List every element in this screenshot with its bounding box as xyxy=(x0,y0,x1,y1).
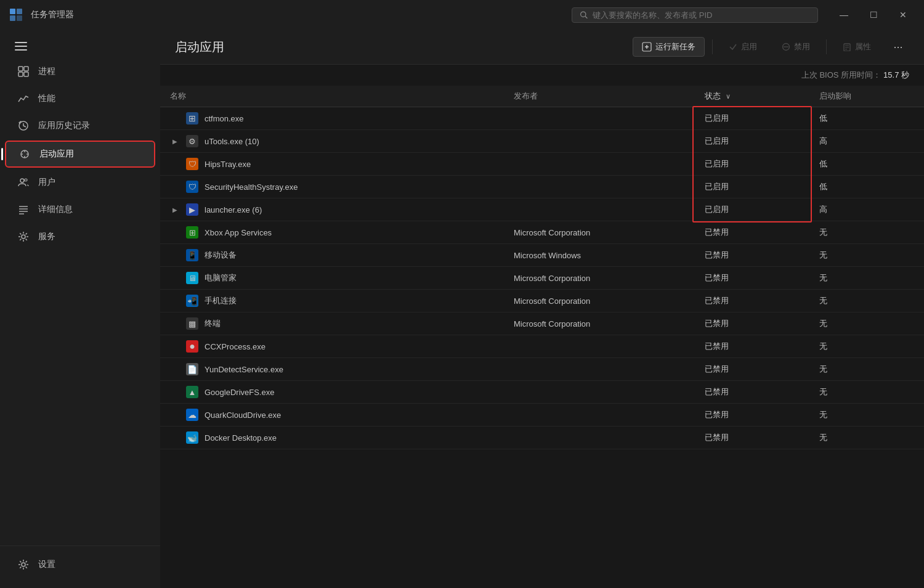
sidebar-item-settings[interactable]: 设置 xyxy=(5,552,155,577)
expand-icon[interactable]: ▶ xyxy=(170,205,180,214)
app-name-label: 终端 xyxy=(205,318,221,329)
no-icon xyxy=(782,43,790,51)
sort-arrow-icon: ∨ xyxy=(726,92,731,100)
hamburger-menu[interactable] xyxy=(5,36,155,57)
startup-label: 启动应用 xyxy=(39,149,74,160)
search-icon xyxy=(580,10,588,19)
svg-rect-1 xyxy=(17,9,22,14)
close-button[interactable]: ✕ xyxy=(890,5,917,25)
impact-cell: 无 xyxy=(809,335,924,358)
col-header-name[interactable]: 名称 xyxy=(160,86,504,107)
publisher-cell xyxy=(504,198,695,221)
new-task-button[interactable]: 运行新任务 xyxy=(633,37,705,57)
table-row[interactable]: ▲GoogleDriveFS.exe已禁用无 xyxy=(160,381,924,404)
details-label: 详细信息 xyxy=(38,204,73,215)
publisher-cell xyxy=(504,358,695,381)
table-row[interactable]: ▶⚙uTools.exe (10)已启用高 xyxy=(160,130,924,153)
properties-label: 属性 xyxy=(855,41,871,52)
publisher-cell xyxy=(504,153,695,176)
svg-point-23 xyxy=(22,563,25,566)
maximize-button[interactable]: ☐ xyxy=(860,5,887,25)
search-bar[interactable] xyxy=(572,7,818,23)
sidebar-bottom: 设置 xyxy=(0,545,160,583)
publisher-cell xyxy=(504,427,695,449)
app-name-cell: 🛡SecurityHealthSystray.exe xyxy=(160,176,504,198)
app-name-label: Xbox App Services xyxy=(205,228,272,237)
table-row[interactable]: ⊞ctfmon.exe已启用低 xyxy=(160,107,924,130)
app-history-label: 应用历史记录 xyxy=(38,120,90,131)
app-name-cell: 🐋Docker Desktop.exe xyxy=(160,427,504,449)
table-row[interactable]: 🐋Docker Desktop.exe已禁用无 xyxy=(160,427,924,449)
minimize-button[interactable]: — xyxy=(830,5,857,25)
table-row[interactable]: ☁QuarkCloudDrive.exe已禁用无 xyxy=(160,404,924,427)
users-label: 用户 xyxy=(38,177,55,188)
impact-cell: 高 xyxy=(809,130,924,153)
col-header-impact[interactable]: 启动影响 xyxy=(809,86,924,107)
window-controls: — ☐ ✕ xyxy=(830,5,917,25)
performance-label: 性能 xyxy=(38,93,55,104)
app-icon: ▩ xyxy=(186,317,198,330)
content-area: 启动应用 运行新任务 启用 xyxy=(160,30,924,588)
users-icon xyxy=(17,176,30,189)
app-name-label: ctfmon.exe xyxy=(205,114,244,123)
app-name-label: YunDetectService.exe xyxy=(205,365,283,374)
table-row[interactable]: ●CCXProcess.exe已禁用无 xyxy=(160,335,924,358)
titlebar: 任务管理器 — ☐ ✕ xyxy=(0,0,924,30)
settings-icon xyxy=(17,558,30,571)
table-row[interactable]: 📱移动设备Microsoft Windows已禁用无 xyxy=(160,244,924,267)
impact-cell: 无 xyxy=(809,221,924,244)
header-divider-2 xyxy=(826,39,827,54)
table-row[interactable]: 🖥电脑管家Microsoft Corporation已禁用无 xyxy=(160,267,924,290)
svg-rect-7 xyxy=(24,67,28,71)
app-icon: ▲ xyxy=(186,386,198,398)
app-name-label: uTools.exe (10) xyxy=(205,137,259,146)
app-name-label: Docker Desktop.exe xyxy=(205,433,277,443)
startup-table-container[interactable]: 名称 发布者 状态 ∨ 启动影响 xyxy=(160,86,924,588)
enable-button[interactable]: 启用 xyxy=(720,38,766,56)
col-header-publisher[interactable]: 发布者 xyxy=(504,86,695,107)
svg-rect-3 xyxy=(17,15,22,21)
app-name-cell: ▩终端 xyxy=(160,312,504,335)
table-row[interactable]: 📲手机连接Microsoft Corporation已禁用无 xyxy=(160,290,924,312)
expand-icon[interactable]: ▶ xyxy=(170,136,180,146)
publisher-cell: Microsoft Windows xyxy=(504,244,695,267)
app-name-cell: ⊞ctfmon.exe xyxy=(160,107,504,130)
app-name-label: 电脑管家 xyxy=(205,272,237,284)
app-name-cell: 🛡HipsTray.exe xyxy=(160,153,504,176)
sidebar-item-startup[interactable]: 启动应用 xyxy=(5,141,155,168)
table-row[interactable]: 🛡HipsTray.exe已启用低 xyxy=(160,153,924,176)
app-name-cell: 📲手机连接 xyxy=(160,290,504,312)
sidebar-item-details[interactable]: 详细信息 xyxy=(5,197,155,222)
search-input[interactable] xyxy=(593,10,810,20)
table-row[interactable]: ⊞Xbox App ServicesMicrosoft Corporation已… xyxy=(160,221,924,244)
properties-button[interactable]: 属性 xyxy=(834,38,880,56)
sidebar-item-users[interactable]: 用户 xyxy=(5,170,155,195)
app-icon: ▶ xyxy=(186,203,198,216)
publisher-cell xyxy=(504,176,695,198)
new-task-label: 运行新任务 xyxy=(655,41,695,52)
app-icon: 📄 xyxy=(186,363,198,375)
app-name-label: 手机连接 xyxy=(205,295,237,306)
table-row[interactable]: 📄YunDetectService.exe已禁用无 xyxy=(160,358,924,381)
table-row[interactable]: 🛡SecurityHealthSystray.exe已启用低 xyxy=(160,176,924,198)
status-cell: 已启用 xyxy=(695,176,809,198)
properties-icon xyxy=(843,43,851,51)
sidebar-item-performance[interactable]: 性能 xyxy=(5,86,155,111)
sidebar-item-process[interactable]: 进程 xyxy=(5,59,155,84)
process-label: 进程 xyxy=(38,66,55,77)
status-cell: 已禁用 xyxy=(695,312,809,335)
sidebar-item-services[interactable]: 服务 xyxy=(5,224,155,249)
sidebar-item-app-history[interactable]: 应用历史记录 xyxy=(5,113,155,138)
more-options-button[interactable]: ··· xyxy=(887,37,909,57)
col-header-status[interactable]: 状态 ∨ xyxy=(695,86,809,107)
app-icon: 📲 xyxy=(186,295,198,307)
table-row[interactable]: ▶▶launcher.exe (6)已启用高 xyxy=(160,198,924,221)
services-icon xyxy=(17,231,30,243)
app-name-cell: 📱移动设备 xyxy=(160,244,504,267)
app-icon xyxy=(7,6,25,23)
table-row[interactable]: ▩终端Microsoft Corporation已禁用无 xyxy=(160,312,924,335)
disable-button[interactable]: 禁用 xyxy=(773,38,819,56)
app-name-label: QuarkCloudDrive.exe xyxy=(205,410,281,420)
history-icon xyxy=(17,120,30,132)
status-cell: 已启用 xyxy=(695,130,809,153)
